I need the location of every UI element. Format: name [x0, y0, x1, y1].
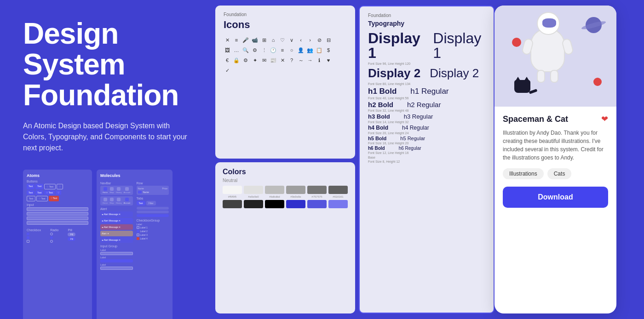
- mini-checkbox: [27, 236, 29, 239]
- display2-bold: Display 2: [368, 66, 420, 80]
- mini-btn: ♡ Text: [49, 196, 59, 201]
- icon-search: 🔍: [242, 46, 249, 54]
- atoms-preview-panel: Atoms Buttons Text Text ♡ Text ♡ Text Te…: [23, 170, 92, 319]
- display1-meta: Font Size 96, Line Height 120: [368, 62, 485, 65]
- icon-more: …: [233, 46, 240, 54]
- mini-btn-outline: ♡ Text: [44, 184, 55, 189]
- icons-title: Icons: [224, 19, 347, 31]
- icon-grid: ⊞: [260, 36, 268, 44]
- product-card-content: Spaceman & Cat ❤ Illustration by Andy Da…: [494, 107, 616, 313]
- icon-circle: ○: [288, 46, 295, 54]
- swatch-e0e0e0: [244, 186, 263, 194]
- hex-757575: #757575: [307, 195, 327, 198]
- hex-f5f5f5: #f5f5f5: [223, 195, 242, 198]
- mini-radio-selected: [50, 236, 53, 239]
- mini-btn: ♡ Text: [44, 190, 54, 195]
- body-label: Base: [368, 156, 485, 159]
- hex-9e9e9e: #9e9e9e: [286, 195, 305, 198]
- icon-minus-box: ⊟: [325, 36, 332, 44]
- product-header: Spaceman & Cat ❤: [503, 114, 608, 124]
- icon-euro: €: [224, 57, 231, 64]
- tag-illustrations: Illustrations: [503, 168, 544, 179]
- h4-meta: Font Size 20, Line Height 24: [368, 131, 485, 135]
- icon-news: 📰: [270, 57, 277, 64]
- navbar-label: NavBar: [100, 182, 133, 185]
- mini-checkbox: [27, 233, 29, 235]
- atoms-title: Atoms: [27, 173, 88, 178]
- icon-x: ✕: [224, 36, 231, 44]
- icon-clock: 🕐: [270, 46, 277, 54]
- swatch-424242: [223, 200, 242, 208]
- icons-grid: ✕ ≡ 🎤 📹 ⊞ ⌂ ♡ ∨ ‹ › ⊘ ⊟ 🖼 … 🔍 ⚙ ⋮ 🕐 ≡ ○: [224, 36, 347, 74]
- pill-label: Pill: [68, 228, 75, 232]
- h1-bold: h1 Bold: [368, 87, 397, 96]
- main-title: Design System Foundation: [23, 18, 193, 111]
- mini-pill-active: Pill: [68, 237, 75, 241]
- icons-card: Foundation Icons ✕ ≡ 🎤 📹 ⊞ ⌂ ♡ ∨ ‹ › ⊘ ⊟…: [215, 6, 355, 159]
- icon-star: ✦: [251, 57, 259, 64]
- product-card: Spaceman & Cat ❤ Illustration by Andy Da…: [494, 6, 616, 313]
- icon-user: 👤: [297, 46, 305, 54]
- input-label: Input: [27, 203, 88, 206]
- typography-card: Foundation Typography Display 1 Display …: [359, 6, 494, 313]
- h6-bold: h6 Bold: [368, 146, 385, 151]
- h2-reg: h2 Regular: [407, 101, 441, 108]
- inputgroup-label: Input Group: [100, 245, 133, 248]
- icon-heart-filled: ♥: [325, 57, 332, 64]
- icon-mail: ✉: [260, 57, 268, 64]
- color-swatches-row1: [223, 186, 348, 194]
- body-meta: Font Size 8, Height 12: [368, 160, 485, 163]
- display2-meta: Font Size 80, Line Height 134: [368, 82, 485, 85]
- icon-heart: ♡: [279, 36, 286, 44]
- display2-reg: Display 2: [430, 66, 479, 80]
- checkboxgroup-label: CheckboxGroup: [137, 219, 169, 222]
- illustration-area: [494, 6, 616, 107]
- icon-users: 👥: [306, 46, 314, 54]
- colors-title: Colors: [223, 168, 348, 176]
- icon-chevron-right: ›: [306, 36, 314, 44]
- icon-info: ℹ: [316, 57, 323, 64]
- display1-reg: Display 1: [433, 31, 485, 60]
- tag-cats: Cats: [547, 168, 572, 179]
- swatch-bdbdbd: [265, 186, 284, 194]
- mini-btn: Text: [27, 196, 35, 201]
- radio-label: Radio: [50, 228, 58, 232]
- mini-input: [27, 207, 88, 211]
- h5-reg: h5 Regular: [400, 136, 425, 141]
- mini-btn: Text: [27, 184, 34, 189]
- foundation-label: Foundation: [224, 12, 347, 17]
- heart-icon: ❤: [601, 114, 608, 124]
- icon-dots-v: ⋮: [260, 46, 268, 54]
- product-description: Illustration by Andy Dao. Thank you for …: [503, 129, 608, 162]
- typography-foundation-label: Foundation: [368, 13, 485, 18]
- mini-btn-outline: ♡: [57, 184, 63, 189]
- h5-bold: h5 Bold: [368, 136, 386, 141]
- icon-block: ⊘: [316, 36, 323, 44]
- icon-help: ?: [288, 57, 295, 64]
- mini-btn: ♡: [56, 190, 61, 195]
- tags-row: Illustrations Cats: [503, 168, 608, 179]
- icon-arrow-right: →: [306, 57, 314, 64]
- swatch-brand2: [307, 200, 327, 208]
- buttons-label: Buttons: [27, 180, 88, 183]
- h3-reg: h3 Regular: [404, 113, 433, 120]
- mini-pill: Pill: [68, 233, 75, 236]
- h2-meta: Font Size 32, Line Height 48: [368, 109, 485, 112]
- icon-check: ✓: [224, 67, 231, 74]
- tabs-label: Tabs: [137, 197, 169, 200]
- mini-btn: ♡ Text: [36, 196, 47, 201]
- swatch-brand3: [328, 200, 348, 208]
- icon-chevron-down: ∨: [288, 36, 295, 44]
- row-label: Row: [137, 182, 169, 185]
- swatch-9e9e9e: [286, 186, 305, 194]
- icon-video: 📹: [251, 36, 259, 44]
- icon-dollar: $: [325, 46, 332, 54]
- product-name: Spaceman & Cat: [503, 114, 568, 124]
- mini-btn: Text: [27, 190, 34, 195]
- swatch-f5f5f5: [223, 186, 242, 194]
- icon-clipboard: 📋: [316, 46, 323, 54]
- mini-radio: [50, 233, 53, 235]
- h4-bold: h4 Bold: [368, 125, 388, 131]
- swatch-757575: [307, 186, 327, 194]
- download-button[interactable]: Download: [503, 187, 608, 208]
